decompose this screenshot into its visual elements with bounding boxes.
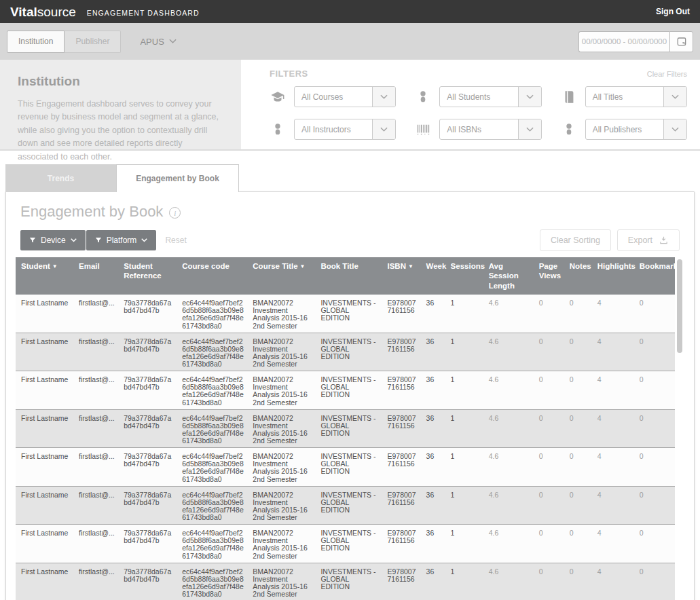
chevron-down-icon: [663, 119, 686, 139]
column-header-course-title[interactable]: Course Title▼: [247, 257, 315, 295]
students-select[interactable]: All Students: [439, 86, 541, 107]
vertical-scrollbar[interactable]: [675, 257, 684, 600]
instructors-select[interactable]: All Instructors: [294, 119, 396, 140]
calendar-button[interactable]: [669, 31, 693, 52]
publishers-select[interactable]: All Publishers: [585, 119, 687, 140]
export-button[interactable]: Export: [617, 229, 680, 251]
cell-page-views: 0: [534, 448, 564, 487]
column-header-sessions[interactable]: Sessions: [445, 257, 483, 295]
cell-email: firstlast@...: [73, 486, 118, 525]
cell-sessions: 1: [445, 563, 483, 600]
cell-sessions: 1: [445, 448, 483, 487]
table-controls: Device Platform Reset Clear Sorting Expo…: [20, 229, 680, 251]
cell-course-title: BMAN20072 Investment Analysis 2015-16 2n…: [247, 563, 315, 600]
cell-email: firstlast@...: [73, 409, 118, 448]
organization-dropdown[interactable]: APUS: [140, 37, 176, 47]
institution-tab[interactable]: Institution: [7, 31, 65, 53]
clear-sorting-button[interactable]: Clear Sorting: [540, 229, 611, 251]
barcode-icon: [415, 121, 431, 138]
filters-title: FILTERS: [270, 69, 308, 79]
column-header-email[interactable]: Email: [73, 257, 118, 295]
sign-out-button[interactable]: Sign Out: [656, 7, 690, 16]
platform-filter-button[interactable]: Platform: [86, 230, 157, 250]
tab-engagement-by-book[interactable]: Engagement by Book: [116, 164, 239, 192]
cell-week: 36: [421, 525, 445, 563]
column-header-week[interactable]: Week: [421, 257, 445, 295]
cell-notes: 0: [564, 448, 592, 487]
cell-student-reference: 79a3778da67abd47bd47b: [118, 448, 177, 487]
cell-bookmarks: 0: [634, 295, 675, 333]
report-tabs: Trends Engagement by Book: [0, 151, 700, 192]
cell-notes: 0: [564, 371, 592, 410]
cell-course-title: BMAN20072 Investment Analysis 2015-16 2n…: [247, 409, 315, 448]
date-range-input[interactable]: [578, 31, 669, 52]
cell-student-reference: 79a3778da67abd47bd47b: [118, 371, 177, 410]
column-header-page-views[interactable]: Page Views: [534, 257, 564, 295]
column-header-book-title[interactable]: Book Title: [315, 257, 382, 295]
reset-link[interactable]: Reset: [165, 236, 186, 245]
table-row[interactable]: First Lastname firstlast@... 79a3778da67…: [16, 486, 675, 525]
clear-filters-link[interactable]: Clear Filters: [647, 70, 687, 78]
cell-book-title: INVESTMENTS - GLOBAL EDITION: [315, 525, 382, 563]
sort-desc-icon: ▼: [408, 263, 413, 269]
publisher-tab[interactable]: Publisher: [65, 31, 121, 53]
table-row[interactable]: First Lastname firstlast@... 79a3778da67…: [16, 563, 675, 600]
sort-desc-icon: ▼: [52, 263, 58, 269]
table-row[interactable]: First Lastname firstlast@... 79a3778da67…: [16, 448, 675, 487]
panel-title: Engagement by Book i: [20, 203, 684, 221]
filter-instructors: All Instructors: [270, 119, 396, 140]
cell-student-reference: 79a3778da67abd47bd47b: [118, 409, 177, 448]
cell-week: 36: [421, 333, 445, 371]
column-header-notes[interactable]: Notes: [564, 257, 592, 295]
tab-trends[interactable]: Trends: [5, 164, 116, 192]
column-header-isbn[interactable]: ISBN▼: [382, 257, 421, 295]
cell-book-title: INVESTMENTS - GLOBAL EDITION: [315, 563, 382, 600]
table-row[interactable]: First Lastname firstlast@... 79a3778da67…: [16, 295, 675, 333]
cell-book-title: INVESTMENTS - GLOBAL EDITION: [315, 409, 382, 448]
chevron-down-icon: [169, 39, 177, 44]
table-row[interactable]: First Lastname firstlast@... 79a3778da67…: [16, 525, 675, 563]
cell-student-reference: 79a3778da67abd47bd47b: [118, 525, 177, 563]
courses-select[interactable]: All Courses: [294, 86, 396, 107]
table-row[interactable]: First Lastname firstlast@... 79a3778da67…: [16, 371, 675, 410]
column-header-student[interactable]: Student▼: [16, 257, 73, 295]
cell-page-views: 0: [534, 486, 564, 525]
cell-highlights: 4: [592, 371, 634, 410]
cell-avg-session-length: 4.6: [483, 409, 534, 448]
titles-select[interactable]: All Titles: [585, 86, 687, 107]
vitalsource-logo: Vitalsource: [10, 5, 76, 18]
cell-bookmarks: 0: [634, 333, 675, 371]
cell-bookmarks: 0: [634, 486, 675, 525]
cell-highlights: 4: [592, 448, 634, 487]
intro-panel: Institution This Engagement dashboard se…: [0, 60, 241, 149]
student-person-icon: [415, 89, 431, 105]
cell-isbn: E9780077161156: [382, 563, 421, 600]
book-icon: [561, 89, 577, 105]
table-row[interactable]: First Lastname firstlast@... 79a3778da67…: [16, 409, 675, 448]
cell-book-title: INVESTMENTS - GLOBAL EDITION: [315, 486, 382, 525]
cell-notes: 0: [564, 333, 592, 371]
instructor-person-icon: [270, 121, 286, 138]
table-area: Student▼ Email Student Reference Course …: [16, 257, 684, 600]
cell-highlights: 4: [592, 486, 634, 525]
vertical-scrollbar-thumb[interactable]: [677, 259, 682, 353]
cell-week: 36: [421, 371, 445, 410]
column-header-highlights[interactable]: Highlights: [592, 257, 634, 295]
table-row[interactable]: First Lastname firstlast@... 79a3778da67…: [16, 333, 675, 371]
filter-courses: All Courses: [270, 86, 396, 107]
column-header-avg-session-length[interactable]: Avg Session Length: [483, 257, 534, 295]
column-header-course-code[interactable]: Course code: [177, 257, 247, 295]
cell-sessions: 1: [445, 525, 483, 563]
column-header-bookmarks[interactable]: Bookmarks: [634, 257, 675, 295]
cell-page-views: 0: [534, 409, 564, 448]
device-filter-button[interactable]: Device: [20, 230, 86, 250]
filters-grid: All Courses All Students All Title: [270, 86, 687, 140]
info-icon[interactable]: i: [169, 207, 181, 219]
cell-course-code: ec64c44f9aef7bef26d5b88f6aa3b09e8efa126e…: [177, 448, 247, 487]
cell-highlights: 4: [592, 563, 634, 600]
isbns-select[interactable]: All ISBNs: [439, 119, 541, 140]
cell-isbn: E9780077161156: [382, 409, 421, 448]
column-header-student-reference[interactable]: Student Reference: [118, 257, 177, 295]
cell-week: 36: [421, 409, 445, 448]
app-title: ENGAGEMENT DASHBOARD: [87, 9, 200, 17]
